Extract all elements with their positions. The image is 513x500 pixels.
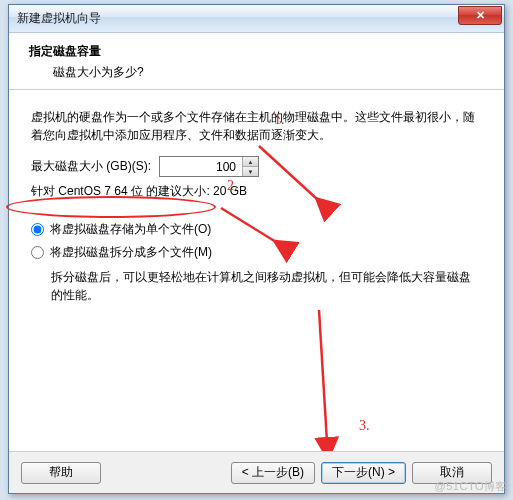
titlebar: 新建虚拟机向导 ✕ (9, 5, 504, 33)
wizard-footer: 帮助 < 上一步(B) 下一步(N) > 取消 (9, 451, 504, 493)
intro-text: 虚拟机的硬盘作为一个或多个文件存储在主机的物理磁盘中。这些文件最初很小，随着您向… (31, 108, 482, 144)
radio-split-files[interactable] (31, 246, 44, 259)
disk-size-spinner[interactable]: ▲ ▼ (159, 156, 259, 177)
spinner-buttons: ▲ ▼ (242, 157, 258, 176)
option-single-file[interactable]: 将虚拟磁盘存储为单个文件(O) (31, 218, 482, 241)
option-split-files[interactable]: 将虚拟磁盘拆分成多个文件(M) (31, 241, 482, 264)
next-button[interactable]: 下一步(N) > (321, 462, 406, 484)
close-icon: ✕ (476, 9, 485, 22)
window-title: 新建虚拟机向导 (17, 10, 458, 27)
help-button[interactable]: 帮助 (21, 462, 101, 484)
anno-3-label: 3. (359, 418, 370, 433)
wizard-header: 指定磁盘容量 磁盘大小为多少? (9, 33, 504, 90)
svg-line-2 (319, 310, 327, 442)
spinner-down-icon[interactable]: ▼ (243, 167, 258, 176)
radio-single-label: 将虚拟磁盘存储为单个文件(O) (50, 221, 211, 238)
disk-size-row: 最大磁盘大小 (GB)(S): ▲ ▼ (31, 156, 482, 177)
radio-single-file[interactable] (31, 223, 44, 236)
close-button[interactable]: ✕ (458, 6, 502, 25)
radio-split-label: 将虚拟磁盘拆分成多个文件(M) (50, 244, 212, 261)
wizard-body: 虚拟机的硬盘作为一个或多个文件存储在主机的物理磁盘中。这些文件最初很小，随着您向… (9, 90, 504, 478)
page-question: 磁盘大小为多少? (29, 64, 484, 81)
spinner-up-icon[interactable]: ▲ (243, 157, 258, 167)
page-title: 指定磁盘容量 (29, 43, 484, 60)
disk-size-input[interactable] (160, 157, 242, 176)
split-note: 拆分磁盘后，可以更轻松地在计算机之间移动虚拟机，但可能会降低大容量磁盘的性能。 (31, 264, 482, 304)
wizard-window: 新建虚拟机向导 ✕ 指定磁盘容量 磁盘大小为多少? 虚拟机的硬盘作为一个或多个文… (8, 4, 505, 494)
back-button[interactable]: < 上一步(B) (231, 462, 315, 484)
disk-size-label: 最大磁盘大小 (GB)(S): (31, 158, 151, 175)
watermark: @51CTO博客 (435, 479, 507, 494)
disk-size-recommendation: 针对 CentOS 7 64 位 的建议大小: 20 GB (31, 183, 482, 200)
